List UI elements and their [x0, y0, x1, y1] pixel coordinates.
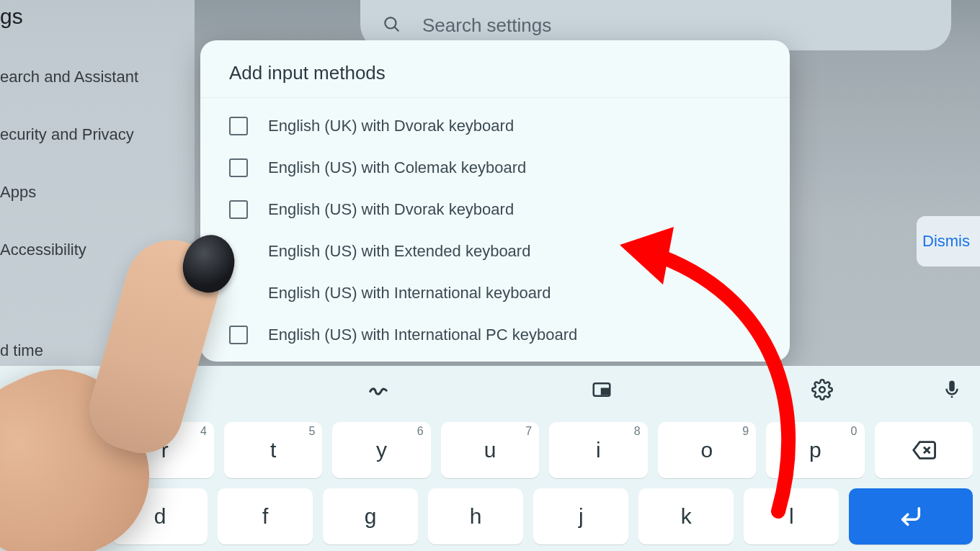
- key-u[interactable]: 7u: [441, 422, 539, 478]
- key-h[interactable]: h: [428, 488, 523, 545]
- key-f[interactable]: f: [218, 488, 313, 545]
- key-j[interactable]: j: [533, 488, 628, 545]
- input-method-label: English (US) with International keyboard: [268, 284, 551, 303]
- input-method-row[interactable]: English (US) with Colemak keyboard: [229, 147, 761, 189]
- dismiss-label: Dismis: [922, 232, 970, 251]
- key-e[interactable]: 3e: [7, 422, 105, 478]
- on-screen-keyboard: 3e4r5t6y7u8i9o0p sdfghjkl: [0, 366, 980, 551]
- key-i[interactable]: 8i: [549, 422, 647, 478]
- sidebar-item-date-time[interactable]: d time: [0, 341, 43, 360]
- key-d[interactable]: d: [112, 488, 208, 545]
- input-method-row[interactable]: English (US) with International keyboard: [229, 272, 761, 314]
- keyboard-toolbar: [0, 366, 980, 416]
- input-method-row[interactable]: English (UK) with Dvorak keyboard: [229, 105, 761, 147]
- key-t[interactable]: 5t: [224, 422, 322, 478]
- sidebar-item-search-assistant[interactable]: earch and Assistant: [0, 68, 138, 86]
- key-o[interactable]: 9o: [658, 422, 756, 478]
- backspace-key[interactable]: [875, 422, 973, 478]
- key-r[interactable]: 4r: [115, 422, 213, 478]
- key-p[interactable]: 0p: [766, 422, 864, 478]
- input-method-row[interactable]: English (US) with International PC keybo…: [229, 314, 761, 356]
- key-g[interactable]: g: [323, 488, 418, 545]
- input-method-row[interactable]: English (US) with Dvorak keyboard: [229, 189, 761, 230]
- sidebar-item-security-privacy[interactable]: ecurity and Privacy: [0, 125, 134, 144]
- key-k[interactable]: k: [638, 488, 734, 545]
- input-method-label: English (US) with Dvorak keyboard: [268, 200, 514, 219]
- checkbox-icon[interactable]: [229, 158, 248, 177]
- dismiss-button[interactable]: Dismis: [917, 216, 980, 266]
- search-icon: [382, 14, 401, 36]
- svg-line-1: [395, 27, 398, 31]
- keyboard-row-2: sdfghjkl: [7, 488, 973, 545]
- key-s[interactable]: s: [7, 488, 102, 545]
- checkbox-icon[interactable]: [229, 326, 248, 344]
- handwriting-icon[interactable]: [368, 379, 389, 403]
- key-l[interactable]: l: [744, 488, 839, 545]
- input-method-label: English (US) with International PC keybo…: [268, 326, 577, 344]
- keyboard-row-1: 3e4r5t6y7u8i9o0p: [7, 422, 973, 478]
- settings-title: gs: [0, 4, 23, 29]
- key-y[interactable]: 6y: [332, 422, 430, 478]
- input-method-row[interactable]: English (US) with Extended keyboard: [229, 230, 761, 272]
- sidebar-item-accessibility[interactable]: Accessibility: [0, 241, 86, 259]
- divider: [200, 97, 790, 98]
- dialog-title: Add input methods: [229, 62, 761, 84]
- svg-point-4: [819, 387, 825, 393]
- floating-keyboard-icon[interactable]: [591, 379, 612, 403]
- input-method-label: English (US) with Colemak keyboard: [268, 158, 526, 177]
- checkbox-icon[interactable]: [229, 200, 248, 219]
- add-input-methods-dialog: Add input methods English (UK) with Dvor…: [200, 40, 790, 362]
- enter-key[interactable]: [849, 488, 973, 545]
- svg-rect-3: [602, 389, 608, 395]
- input-method-label: English (US) with Extended keyboard: [268, 242, 530, 261]
- input-method-label: English (UK) with Dvorak keyboard: [268, 117, 514, 135]
- mic-icon[interactable]: [941, 379, 963, 403]
- gear-icon[interactable]: [811, 379, 833, 403]
- svg-point-0: [385, 17, 396, 28]
- search-placeholder: Search settings: [422, 14, 551, 37]
- sidebar-item-apps[interactable]: Apps: [0, 183, 36, 202]
- checkbox-icon[interactable]: [229, 117, 248, 135]
